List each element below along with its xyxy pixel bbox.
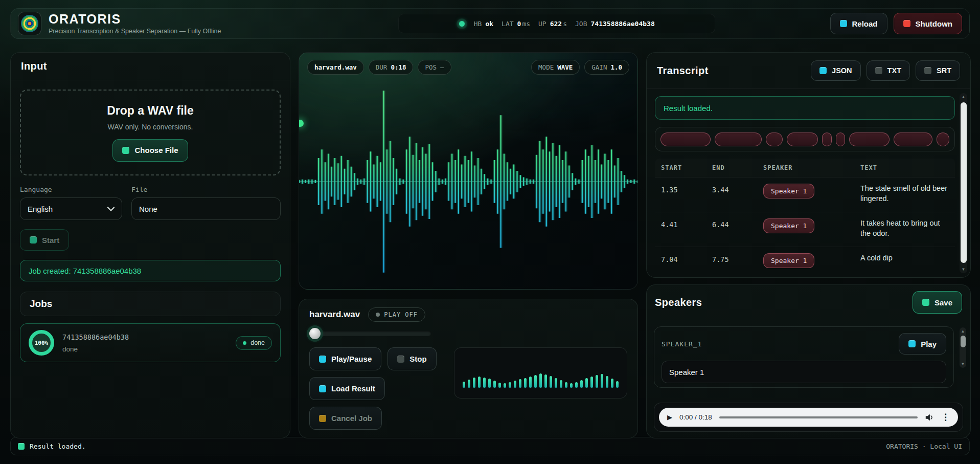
position-chip: POS— <box>418 60 451 75</box>
scroll-down-icon[interactable]: ▼ <box>960 267 967 272</box>
waveform-panel: harvard.wav DUR0:18 POS— MODEWAVE GAIN1.… <box>299 52 638 290</box>
stop-button[interactable]: Stop <box>388 347 436 370</box>
app-title: ORATORIS <box>49 12 221 26</box>
reload-icon <box>840 20 847 27</box>
speaker-card: SPEAKER_1 Play Speaker 1 <box>654 326 954 388</box>
transcript-row[interactable]: 4.416.44Speaker 1It takes heat to bring … <box>655 212 955 247</box>
seek-slider-thumb[interactable] <box>309 328 321 339</box>
level-bar <box>514 381 516 388</box>
job-card[interactable]: 100% 741358886ae04b38 done done <box>20 323 281 362</box>
speakers-scrollbar[interactable]: ▲ ▼ <box>960 327 966 368</box>
seek-slider-track[interactable] <box>309 331 431 336</box>
level-bar <box>463 382 465 388</box>
export-txt-button[interactable]: TXT <box>867 60 910 81</box>
player-file-title: harvard.wav <box>309 310 360 320</box>
language-select[interactable]: English <box>20 197 122 220</box>
save-icon <box>922 299 929 306</box>
waveform-display[interactable] <box>299 53 637 289</box>
level-bar <box>606 376 608 388</box>
transcript-table-header: START END SPEAKER TEXT <box>655 159 955 177</box>
transcript-scrollbar[interactable]: ▲ ▼ <box>960 93 967 273</box>
file-value-box[interactable]: None <box>131 197 281 220</box>
segment-pill[interactable] <box>715 132 762 146</box>
volume-icon[interactable] <box>925 413 934 422</box>
choose-file-button[interactable]: Choose File <box>112 139 188 162</box>
segment-pill[interactable] <box>822 132 832 146</box>
reload-button[interactable]: Reload <box>830 13 887 34</box>
segment-pill[interactable] <box>766 132 783 146</box>
speaker-pill[interactable]: Speaker 1 <box>763 218 814 233</box>
speaker-play-button[interactable]: Play <box>899 333 946 355</box>
speakers-panel: Speakers Save SPEAKER_1 Play <box>646 284 971 438</box>
app-root: ORATORIS Precision Transcription & Speak… <box>0 0 980 464</box>
speakers-title: Speakers <box>655 297 702 308</box>
transcript-scrollbar-thumb[interactable] <box>961 102 967 263</box>
segment-pill[interactable] <box>836 132 845 146</box>
level-bar <box>534 375 537 388</box>
middle-column: harvard.wav DUR0:18 POS— MODEWAVE GAIN1.… <box>299 52 638 438</box>
status-uptime: UP622s <box>538 20 567 28</box>
level-meter <box>454 347 627 399</box>
brand: ORATORIS Precision Transcription & Speak… <box>18 12 284 35</box>
choose-file-icon <box>122 147 129 154</box>
speaker-pill[interactable]: Speaker 1 <box>763 253 814 268</box>
heartbeat-dot-icon <box>459 21 465 27</box>
wav-dropzone[interactable]: Drop a WAV file WAV only. No conversions… <box>20 90 281 175</box>
json-icon <box>819 67 827 74</box>
start-button[interactable]: Start <box>20 229 69 251</box>
save-button[interactable]: Save <box>913 291 962 314</box>
player-header: harvard.wav PLAY OFF <box>309 307 627 322</box>
level-bar <box>468 380 470 388</box>
export-json-button[interactable]: JSON <box>811 60 861 81</box>
jobs-section-header: Jobs <box>20 292 281 316</box>
status-job: JOB741358886ae04b38 <box>575 20 655 28</box>
transcript-header: Transcript JSON TXT SRT <box>647 53 970 89</box>
transcript-row[interactable]: 7.047.75Speaker 1A cold dip <box>655 247 955 277</box>
app-logo <box>18 12 41 35</box>
scroll-up-icon[interactable]: ▲ <box>960 95 967 99</box>
player-buttons: Play/Pause Stop Load Result <box>309 347 445 430</box>
level-bar <box>550 376 552 388</box>
export-buttons: JSON TXT SRT <box>811 60 960 81</box>
speaker-audio-row: ▶ 0:00 / 0:18 ⋮ <box>654 403 963 432</box>
level-bar <box>555 378 557 388</box>
segment-pill[interactable] <box>787 132 818 146</box>
segment-pill[interactable] <box>937 132 949 146</box>
header-actions: Reload Shutdown <box>830 13 963 34</box>
segment-start: 1.35 <box>661 184 712 194</box>
level-bar <box>524 378 527 388</box>
speaker-name-input[interactable]: Speaker 1 <box>662 361 946 383</box>
segment-pill[interactable] <box>894 132 932 146</box>
input-panel-body: Drop a WAV file WAV only. No conversions… <box>11 80 290 371</box>
level-bar <box>560 380 562 388</box>
level-bar <box>611 379 613 388</box>
footer-status-icon <box>18 443 25 450</box>
export-srt-button[interactable]: SRT <box>916 60 960 81</box>
txt-icon <box>875 67 882 74</box>
audio-menu-icon[interactable]: ⋮ <box>941 412 950 423</box>
transcript-row[interactable]: 1.353.44Speaker 1The stale smell of old … <box>655 177 955 212</box>
speaker-card-row: SPEAKER_1 Play <box>662 333 946 355</box>
shutdown-button[interactable]: Shutdown <box>894 13 962 34</box>
job-status: done <box>62 345 129 353</box>
segment-pill[interactable] <box>849 132 890 146</box>
cancel-job-button[interactable]: Cancel Job <box>309 407 382 430</box>
speakers-scroll-up-icon[interactable]: ▲ <box>960 329 966 334</box>
speaker-pill[interactable]: Speaker 1 <box>763 184 814 198</box>
speakers-scrollbar-thumb[interactable] <box>961 336 966 347</box>
play-state-pill: PLAY OFF <box>368 307 425 322</box>
seek-slider[interactable] <box>309 328 431 339</box>
speaker-audio-player[interactable]: ▶ 0:00 / 0:18 ⋮ <box>659 408 958 427</box>
job-id: 741358886ae04b38 <box>62 333 129 341</box>
load-result-icon <box>319 385 326 392</box>
load-result-button[interactable]: Load Result <box>309 377 385 400</box>
segment-pill[interactable] <box>660 132 711 146</box>
footer-brand: ORATORIS · Local UI <box>886 443 962 450</box>
speakers-scroll-down-icon[interactable]: ▼ <box>960 362 966 366</box>
segment-text: A cold dip <box>860 253 949 263</box>
audio-seekbar[interactable] <box>719 416 918 418</box>
audio-play-icon[interactable]: ▶ <box>667 413 672 421</box>
segment-end: 3.44 <box>712 184 763 194</box>
srt-icon <box>924 67 931 74</box>
play-pause-button[interactable]: Play/Pause <box>309 347 381 370</box>
